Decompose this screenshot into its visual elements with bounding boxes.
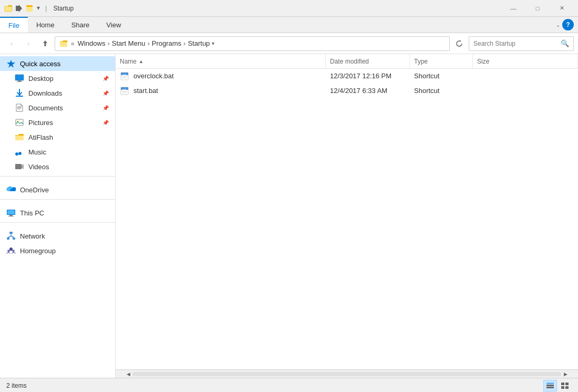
- folder-icon: [59, 40, 68, 47]
- col-header-size[interactable]: Size: [473, 54, 578, 69]
- sidebar-item-label-quick-access: Quick access: [20, 60, 109, 68]
- tab-file[interactable]: File: [0, 17, 28, 33]
- main-layout: Quick access Desktop 📌 Downloads 📌 Docum…: [0, 54, 578, 378]
- tab-share[interactable]: Share: [63, 17, 98, 33]
- address-path[interactable]: « Windows › Start Menu › Programs › Star…: [55, 36, 450, 51]
- sidebar-item-music[interactable]: Music: [0, 145, 115, 159]
- sidebar-item-onedrive[interactable]: OneDrive: [0, 182, 115, 197]
- tab-home[interactable]: Home: [28, 17, 63, 33]
- breadcrumb-part-startmenu[interactable]: Start Menu: [112, 39, 146, 47]
- file-area: Name ▲ Date modified Type Size: [116, 54, 578, 378]
- sidebar-item-label-onedrive: OneDrive: [20, 186, 109, 194]
- close-button[interactable]: ✕: [550, 0, 574, 17]
- svg-rect-5: [26, 7, 33, 12]
- atiflash-folder-icon: [15, 132, 24, 142]
- breadcrumb-part-windows[interactable]: Windows: [78, 39, 106, 47]
- sidebar-item-homegroup[interactable]: Homegroup: [0, 243, 115, 258]
- view-toggle: [543, 380, 572, 391]
- homegroup-icon: [6, 246, 16, 255]
- minimize-button[interactable]: —: [501, 0, 525, 17]
- svg-rect-22: [7, 210, 15, 214]
- back-button[interactable]: ‹: [4, 36, 19, 51]
- window-title: Startup: [53, 5, 501, 12]
- svg-rect-10: [18, 80, 21, 81]
- qat-dropdown[interactable]: ▾: [37, 4, 40, 13]
- sidebar-item-thispc[interactable]: This PC: [0, 205, 115, 220]
- sidebar-item-pictures[interactable]: Pictures 📌: [0, 115, 115, 130]
- col-header-name[interactable]: Name ▲: [116, 54, 326, 69]
- sidebar-item-label-downloads: Downloads: [28, 89, 98, 97]
- col-header-type[interactable]: Type: [410, 54, 473, 69]
- sidebar-item-label-homegroup: Homegroup: [20, 247, 109, 255]
- music-icon: [15, 147, 24, 157]
- table-row[interactable]: BAT overclock.bat 12/3/2017 12:16 PM Sho…: [116, 69, 578, 84]
- svg-marker-19: [22, 164, 24, 169]
- documents-icon: [15, 103, 24, 112]
- bat-file-icon-2: BAT: [120, 86, 129, 96]
- refresh-button[interactable]: [452, 36, 467, 51]
- svg-rect-9: [15, 75, 24, 80]
- file-name-2: start.bat: [133, 87, 158, 95]
- svg-marker-7: [7, 60, 15, 68]
- qat-icon-1[interactable]: [4, 4, 13, 13]
- svg-rect-46: [546, 387, 554, 388]
- sidebar-item-label-music: Music: [28, 148, 109, 156]
- file-name-1: overclock.bat: [133, 72, 174, 80]
- thispc-icon: [6, 208, 16, 218]
- qat-icon-3[interactable]: [25, 4, 34, 13]
- breadcrumb-arrows: «: [71, 40, 75, 47]
- network-icon: [6, 231, 16, 241]
- up-button[interactable]: [38, 36, 53, 51]
- maximize-button[interactable]: □: [525, 0, 550, 17]
- hscroll-track[interactable]: [132, 372, 561, 376]
- window-controls: — □ ✕: [501, 0, 574, 17]
- search-icon[interactable]: 🔍: [561, 39, 569, 47]
- view-details-button[interactable]: [543, 380, 557, 391]
- file-cell-name-2: BAT start.bat: [116, 86, 326, 96]
- sidebar-item-desktop[interactable]: Desktop 📌: [0, 71, 115, 86]
- forward-button[interactable]: ›: [21, 36, 36, 51]
- svg-rect-49: [561, 386, 564, 389]
- svg-rect-24: [8, 216, 14, 216]
- sidebar-item-network[interactable]: Network: [0, 229, 115, 243]
- hscroll-right-button[interactable]: ▶: [561, 370, 570, 378]
- sidebar-item-label-pictures: Pictures: [28, 119, 98, 127]
- breadcrumb-part-programs[interactable]: Programs: [152, 39, 181, 47]
- hscroll-left-button[interactable]: ◀: [124, 370, 132, 378]
- pictures-icon: [15, 118, 24, 127]
- svg-rect-12: [16, 96, 23, 97]
- qat-icon-2[interactable]: [15, 4, 23, 13]
- downloads-icon: [15, 88, 24, 98]
- col-header-date[interactable]: Date modified: [326, 54, 410, 69]
- sidebar-item-label-network: Network: [20, 232, 109, 240]
- file-cell-type-1: Shortcut: [410, 72, 473, 80]
- table-row[interactable]: BAT start.bat 12/4/2017 6:33 AM Shortcut: [116, 84, 578, 98]
- quick-access-icon: [6, 59, 16, 68]
- path-dropdown-icon[interactable]: ▾: [212, 40, 214, 46]
- file-list: BAT overclock.bat 12/3/2017 12:16 PM Sho…: [116, 69, 578, 369]
- sidebar-item-downloads[interactable]: Downloads 📌: [0, 86, 115, 100]
- ribbon-collapse-icon[interactable]: ⌄: [556, 22, 560, 28]
- sidebar-item-videos[interactable]: Videos: [0, 159, 115, 174]
- sidebar-divider-2: [0, 199, 115, 203]
- svg-marker-6: [460, 40, 461, 42]
- sidebar-divider-3: [0, 222, 115, 226]
- sidebar-item-label-documents: Documents: [28, 104, 98, 112]
- search-box[interactable]: 🔍: [469, 36, 574, 51]
- view-tiles-button[interactable]: [558, 380, 572, 391]
- file-cell-type-2: Shortcut: [410, 87, 473, 95]
- help-button[interactable]: ?: [562, 19, 574, 30]
- sidebar-item-quick-access[interactable]: Quick access: [0, 56, 115, 71]
- sidebar-item-atiflash[interactable]: AtiFlash: [0, 130, 115, 145]
- svg-rect-47: [561, 383, 564, 385]
- breadcrumb-part-startup[interactable]: Startup: [188, 39, 210, 47]
- sidebar-item-documents[interactable]: Documents 📌: [0, 100, 115, 115]
- hscroll-area: ◀ ▶: [116, 369, 578, 378]
- address-bar: ‹ › « Windows › Start Menu › Programs › …: [0, 33, 578, 54]
- svg-rect-27: [13, 238, 15, 240]
- ribbon: File Home Share View ⌄ ?: [0, 17, 578, 33]
- title-bar-icons: ▾ |: [4, 4, 49, 13]
- videos-icon: [15, 162, 24, 171]
- search-input[interactable]: [473, 40, 561, 47]
- tab-view[interactable]: View: [98, 17, 129, 33]
